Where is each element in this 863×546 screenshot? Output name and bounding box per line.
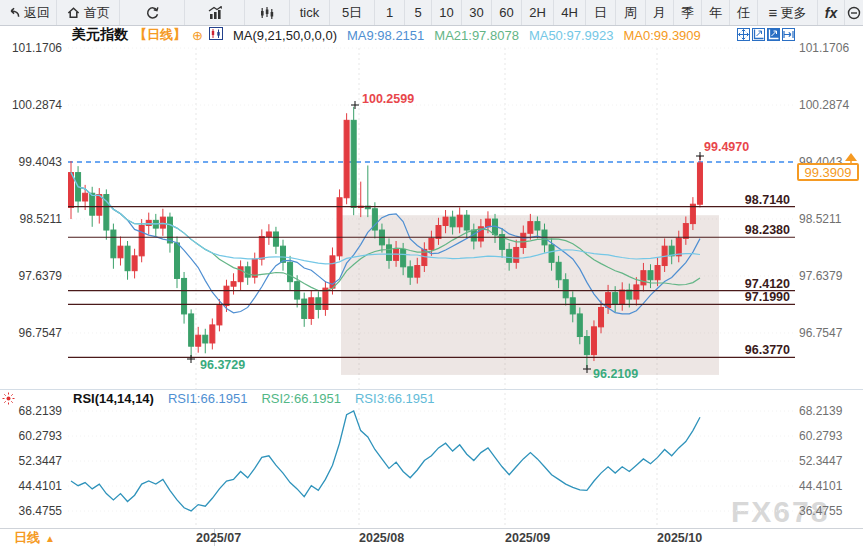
trading-app: 返回 首页 tick 5日 1 5 10 30 60 2H 4H 日 周 月 季…: [0, 0, 863, 546]
rsi-axis-right: 68.213960.279352.344744.410136.4755: [799, 404, 843, 518]
price-level-label: 97.4120: [745, 277, 790, 291]
period-selector[interactable]: 日线 ▲: [0, 529, 215, 546]
svg-text:52.3447: 52.3447: [19, 454, 63, 468]
chart-header: 美元指数 【日线】 ⊕ MA(9,21,50,0,0,0) MA9:98.215…: [72, 27, 701, 43]
rsi-header: RSI(14,14,14) RSI1:66.1951 RSI2:66.1951 …: [73, 391, 434, 406]
svg-text:44.4101: 44.4101: [799, 479, 843, 493]
interval-quarter[interactable]: 季: [674, 0, 702, 25]
interval-5m[interactable]: 5: [405, 0, 432, 25]
mini-candle-icon: [209, 27, 223, 43]
annotation-label: 100.2599: [362, 92, 414, 106]
ma-settings[interactable]: MA(9,21,50,0,0,0): [233, 28, 337, 43]
goto-latest-icon[interactable]: [782, 28, 795, 41]
svg-text:36.4755: 36.4755: [19, 504, 63, 518]
home-button[interactable]: 首页: [57, 0, 120, 25]
price-level-label: 98.7140: [745, 193, 790, 207]
ma9-value: MA9:98.2151: [347, 28, 424, 43]
svg-text:68.2139: 68.2139: [799, 404, 843, 418]
bar-chart-icon: [206, 5, 224, 21]
add-indicator-icon[interactable]: ⊕: [192, 28, 203, 43]
rsi-title[interactable]: RSI(14,14,14): [73, 391, 154, 406]
svg-text:96.7547: 96.7547: [799, 326, 843, 340]
price-level-label: 98.2380: [745, 223, 790, 237]
back-label: 返回: [24, 4, 50, 22]
current-price-badge: 99.3909: [797, 163, 859, 181]
svg-text:68.2139: 68.2139: [19, 404, 63, 418]
svg-text:101.1706: 101.1706: [12, 41, 62, 55]
indicator-settings-icon[interactable]: [2, 391, 15, 409]
ma21-value: MA21:97.8078: [434, 28, 519, 43]
period-label: 日线: [14, 529, 40, 546]
interval-week[interactable]: 周: [616, 0, 646, 25]
svg-text:99.4043: 99.4043: [19, 155, 63, 169]
annotation-label: 99.4970: [704, 140, 749, 154]
toolbar: 返回 首页 tick 5日 1 5 10 30 60 2H 4H 日 周 月 季…: [0, 0, 863, 26]
svg-text:98.5211: 98.5211: [20, 212, 63, 226]
svg-text:36.4755: 36.4755: [799, 504, 843, 518]
symbol-period: 【日线】: [134, 26, 186, 44]
svg-text:60.2793: 60.2793: [799, 429, 843, 443]
x-axis-label: 2025/08: [359, 531, 404, 545]
interval-30m[interactable]: 30: [462, 0, 492, 25]
candle-style-button[interactable]: [245, 0, 290, 25]
svg-text:98.5211: 98.5211: [799, 212, 842, 226]
refresh-button[interactable]: [120, 0, 185, 25]
x-axis-label: 2025/09: [505, 531, 550, 545]
interval-4h[interactable]: 4H: [554, 0, 586, 25]
rsi2-value: RSI2:66.1951: [261, 391, 341, 406]
x-axis-label: 2025/10: [657, 531, 702, 545]
back-icon: [6, 5, 21, 20]
price-axis-left: 101.1706100.287499.404398.521197.637996.…: [12, 41, 62, 340]
main-chart-canvas[interactable]: 98.714098.238097.412097.199096.3770100.2…: [0, 26, 863, 530]
interval-tick[interactable]: tick: [290, 0, 330, 25]
bottom-bar: 日线 ▲ 2025/07 2025/08 2025/09 2025/10: [0, 528, 863, 546]
ma50-value: MA50:97.9923: [529, 28, 614, 43]
interval-10m[interactable]: 10: [432, 0, 462, 25]
rsi3-value: RSI3:66.1951: [355, 391, 435, 406]
annotation-label: 96.2109: [593, 367, 638, 381]
ma0-value: MA0:99.3909: [623, 28, 700, 43]
x-axis-label: 2025/07: [196, 531, 241, 545]
interval-1m[interactable]: 1: [375, 0, 405, 25]
interval-custom[interactable]: 任: [730, 0, 758, 25]
more-button[interactable]: ≡ 更多: [758, 0, 818, 25]
svg-text:100.2874: 100.2874: [12, 98, 62, 112]
symbol-name: 美元指数: [72, 26, 128, 44]
rsi-axis-left: 68.213960.279352.344744.410136.4755: [19, 404, 63, 518]
menu-icon: ≡: [769, 5, 778, 20]
price-axis-right: 101.1706100.287499.404398.521197.637996.…: [799, 41, 849, 340]
home-icon: [66, 5, 81, 20]
formula-button[interactable]: fx: [818, 0, 845, 25]
price-level-label: 97.1990: [745, 290, 790, 304]
scale-axis-icon[interactable]: [752, 28, 765, 41]
svg-text:101.1706: 101.1706: [799, 41, 849, 55]
interval-year[interactable]: 年: [702, 0, 730, 25]
svg-text:96.7547: 96.7547: [19, 326, 63, 340]
interval-day[interactable]: 日: [586, 0, 616, 25]
rsi-line: [71, 411, 700, 511]
auto-scale-icon[interactable]: [767, 28, 780, 41]
move-chart-icon[interactable]: [737, 28, 750, 41]
annotation-label: 96.3729: [200, 358, 245, 372]
interval-2h[interactable]: 2H: [522, 0, 554, 25]
chevron-up-icon: ▲: [45, 533, 55, 544]
rsi1-value: RSI1:66.1951: [168, 391, 248, 406]
interval-60m[interactable]: 60: [492, 0, 522, 25]
svg-text:97.6379: 97.6379: [19, 269, 63, 283]
fx-icon: fx: [825, 5, 837, 21]
svg-text:97.6379: 97.6379: [799, 269, 843, 283]
svg-text:44.4101: 44.4101: [19, 479, 63, 493]
history-button[interactable]: [845, 0, 863, 25]
candlestick-icon: [259, 5, 275, 21]
chart-tool-icons: [737, 28, 795, 41]
interval-month[interactable]: 月: [646, 0, 674, 25]
svg-text:60.2793: 60.2793: [19, 429, 63, 443]
chart-style-button[interactable]: [185, 0, 245, 25]
home-label: 首页: [84, 4, 110, 22]
pane-separator[interactable]: [0, 389, 863, 390]
svg-text:100.2874: 100.2874: [799, 98, 849, 112]
interval-5d[interactable]: 5日: [330, 0, 375, 25]
svg-text:52.3447: 52.3447: [799, 454, 843, 468]
back-button[interactable]: 返回: [0, 0, 57, 25]
price-level-label: 96.3770: [745, 343, 790, 357]
